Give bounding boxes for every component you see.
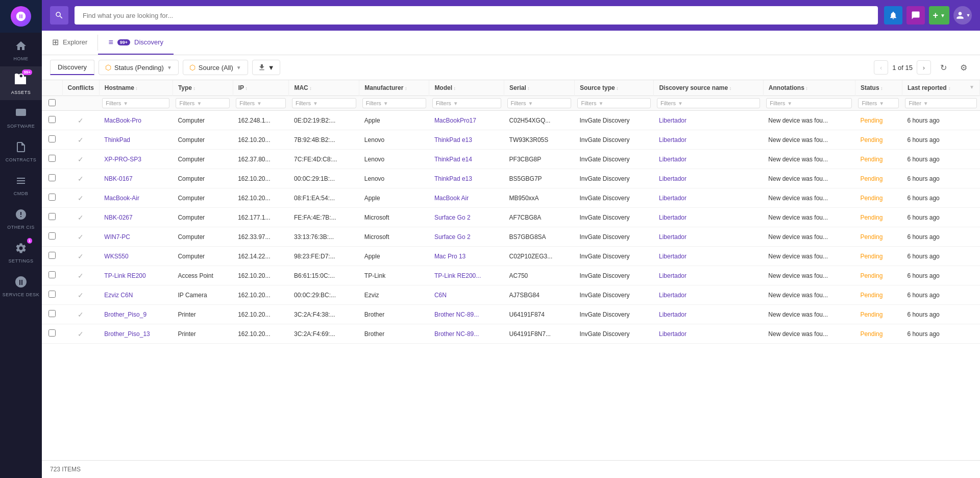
sidebar-item-home[interactable]: HOME bbox=[0, 33, 42, 66]
source-name-cell[interactable]: Libertador bbox=[654, 285, 763, 305]
source-name-cell[interactable]: Libertador bbox=[654, 247, 763, 266]
row-checkbox-cell[interactable] bbox=[42, 111, 62, 130]
hostname-cell[interactable]: Brother_Piso_13 bbox=[99, 324, 173, 344]
notification-button[interactable] bbox=[884, 6, 902, 25]
row-checkbox-cell[interactable] bbox=[42, 266, 62, 285]
sidebar-item-contracts[interactable]: CONTRACTS bbox=[0, 134, 42, 168]
tab-discovery[interactable]: ≡ 99+ Discovery bbox=[98, 31, 174, 55]
source-name-cell[interactable]: Libertador bbox=[654, 169, 763, 188]
col-source-type[interactable]: Source type bbox=[574, 80, 653, 96]
row-checkbox[interactable] bbox=[48, 329, 56, 337]
sidebar-item-assets[interactable]: 99+ ASSETS bbox=[0, 66, 42, 100]
row-checkbox[interactable] bbox=[48, 135, 56, 142]
source-name-cell[interactable]: Libertador bbox=[654, 111, 763, 130]
source-name-cell[interactable]: Libertador bbox=[654, 324, 763, 344]
search-icon-button[interactable] bbox=[50, 6, 68, 25]
table-row[interactable]: ✓ XP-PRO-SP3 Computer 162.37.80... 7C:FE… bbox=[42, 150, 980, 169]
search-input[interactable] bbox=[75, 6, 878, 25]
column-settings-button[interactable]: ⚙ bbox=[955, 59, 972, 76]
col-serial[interactable]: Serial bbox=[504, 80, 575, 96]
hostname-cell[interactable]: TP-Link RE200 bbox=[99, 266, 173, 285]
col-type[interactable]: Type bbox=[173, 80, 233, 96]
col-last-reported[interactable]: Last reported ▼ bbox=[902, 80, 979, 96]
col-manufacturer[interactable]: Manufacturer bbox=[359, 80, 429, 96]
row-checkbox[interactable] bbox=[48, 174, 56, 181]
source-name-cell[interactable]: Libertador bbox=[654, 208, 763, 227]
hostname-cell[interactable]: MacBook-Air bbox=[99, 188, 173, 208]
source-name-cell[interactable]: Libertador bbox=[654, 130, 763, 150]
table-row[interactable]: ✓ ThinkPad Computer 162.10.20... 7B:92:4… bbox=[42, 130, 980, 150]
col-mac[interactable]: MAC bbox=[289, 80, 359, 96]
add-button[interactable]: + ▼ bbox=[929, 6, 949, 25]
model-cell[interactable]: MacBookPro17 bbox=[429, 111, 504, 130]
model-cell[interactable]: Surface Go 2 bbox=[429, 227, 504, 247]
hostname-cell[interactable]: WIN7-PC bbox=[99, 227, 173, 247]
table-row[interactable]: ✓ WKS550 Computer 162.14.22... 98:23:FE:… bbox=[42, 247, 980, 266]
hostname-cell[interactable]: Ezviz C6N bbox=[99, 285, 173, 305]
row-checkbox-cell[interactable] bbox=[42, 247, 62, 266]
sidebar-item-settings[interactable]: 1 SETTINGS bbox=[0, 235, 42, 269]
table-row[interactable]: ✓ Brother_Piso_9 Printer 162.10.20... 3C… bbox=[42, 305, 980, 324]
row-checkbox-cell[interactable] bbox=[42, 305, 62, 324]
ip-filter[interactable]: Filters▼ bbox=[236, 98, 286, 108]
hostname-cell[interactable]: XP-PRO-SP3 bbox=[99, 150, 173, 169]
row-checkbox[interactable] bbox=[48, 291, 56, 298]
source-name-cell[interactable]: Libertador bbox=[654, 227, 763, 247]
status-filter-button[interactable]: ⬡ Status (Pending) ▼ bbox=[99, 60, 179, 75]
pagination-next[interactable]: › bbox=[917, 60, 931, 75]
source-name-filter[interactable]: Filters▼ bbox=[657, 98, 760, 108]
source-name-cell[interactable]: Libertador bbox=[654, 305, 763, 324]
row-checkbox[interactable] bbox=[48, 310, 56, 317]
model-cell[interactable]: ThinkPad e13 bbox=[429, 130, 504, 150]
hostname-cell[interactable]: Brother_Piso_9 bbox=[99, 305, 173, 324]
select-all-checkbox[interactable] bbox=[48, 99, 56, 106]
table-row[interactable]: ✓ Ezviz C6N IP Camera 162.10.20... 00:0C… bbox=[42, 285, 980, 305]
last-reported-filter[interactable]: Filter▼ bbox=[905, 98, 976, 108]
hostname-cell[interactable]: MacBook-Pro bbox=[99, 111, 173, 130]
row-checkbox[interactable] bbox=[48, 232, 56, 240]
table-row[interactable]: ✓ MacBook-Pro Computer 162.248.1... 0E:D… bbox=[42, 111, 980, 130]
manufacturer-filter[interactable]: Filters▼ bbox=[362, 98, 426, 108]
chat-button[interactable] bbox=[906, 6, 925, 25]
row-checkbox[interactable] bbox=[48, 194, 56, 201]
refresh-button[interactable]: ↻ bbox=[935, 59, 951, 76]
app-logo[interactable] bbox=[11, 6, 31, 27]
model-cell[interactable]: TP-Link RE200... bbox=[429, 266, 504, 285]
row-checkbox-cell[interactable] bbox=[42, 130, 62, 150]
hostname-cell[interactable]: NBK-0167 bbox=[99, 169, 173, 188]
table-row[interactable]: ✓ NBK-0167 Computer 162.10.20... 00:0C:2… bbox=[42, 169, 980, 188]
table-row[interactable]: ✓ WIN7-PC Computer 162.33.97... 33:13:76… bbox=[42, 227, 980, 247]
model-cell[interactable]: Mac Pro 13 bbox=[429, 247, 504, 266]
col-status[interactable]: Status bbox=[855, 80, 902, 96]
model-cell[interactable]: Surface Go 2 bbox=[429, 208, 504, 227]
row-checkbox[interactable] bbox=[48, 252, 56, 259]
table-row[interactable]: ✓ NBK-0267 Computer 162.177.1... FE:FA:4… bbox=[42, 208, 980, 227]
status-col-filter[interactable]: Filters▼ bbox=[858, 98, 899, 108]
hostname-cell[interactable]: NBK-0267 bbox=[99, 208, 173, 227]
annotations-filter[interactable]: Filters▼ bbox=[766, 98, 852, 108]
row-checkbox-cell[interactable] bbox=[42, 285, 62, 305]
row-checkbox-cell[interactable] bbox=[42, 227, 62, 247]
col-annotations[interactable]: Annotations bbox=[763, 80, 855, 96]
model-cell[interactable]: Brother NC-89... bbox=[429, 324, 504, 344]
pagination-prev[interactable]: ‹ bbox=[874, 60, 888, 75]
hostname-cell[interactable]: WKS550 bbox=[99, 247, 173, 266]
col-model[interactable]: Model bbox=[429, 80, 504, 96]
type-filter[interactable]: Filters▼ bbox=[176, 98, 230, 108]
source-filter-button[interactable]: ⬡ Source (All) ▼ bbox=[183, 60, 248, 75]
model-cell[interactable]: MacBook Air bbox=[429, 188, 504, 208]
source-name-cell[interactable]: Libertador bbox=[654, 188, 763, 208]
model-cell[interactable]: ThinkPad e13 bbox=[429, 169, 504, 188]
row-checkbox[interactable] bbox=[48, 155, 56, 162]
row-checkbox[interactable] bbox=[48, 213, 56, 220]
hostname-filter[interactable]: Filters▼ bbox=[102, 98, 169, 108]
user-avatar[interactable]: ▼ bbox=[953, 6, 972, 25]
model-filter[interactable]: Filters▼ bbox=[432, 98, 501, 108]
col-hostname[interactable]: Hostname bbox=[99, 80, 173, 96]
tab-explorer[interactable]: ⊞ Explorer bbox=[42, 31, 97, 55]
model-cell[interactable]: C6N bbox=[429, 285, 504, 305]
row-checkbox[interactable] bbox=[48, 116, 56, 123]
table-row[interactable]: ✓ TP-Link RE200 Access Point 162.10.20..… bbox=[42, 266, 980, 285]
download-button[interactable]: ▼ bbox=[252, 60, 280, 75]
row-checkbox-cell[interactable] bbox=[42, 208, 62, 227]
